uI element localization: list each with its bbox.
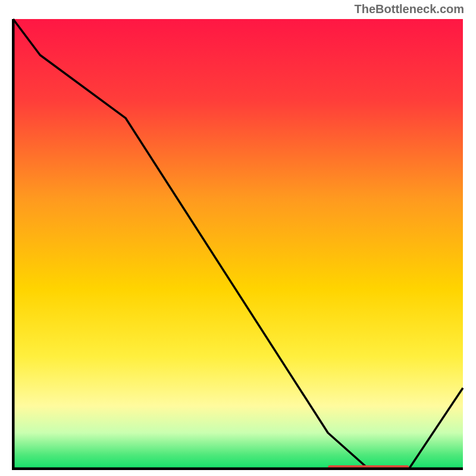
chart-svg [12, 18, 464, 470]
watermark-text: TheBottleneck.com [355, 2, 464, 16]
chart-container [12, 18, 464, 470]
chart-background-gradient [13, 19, 463, 469]
